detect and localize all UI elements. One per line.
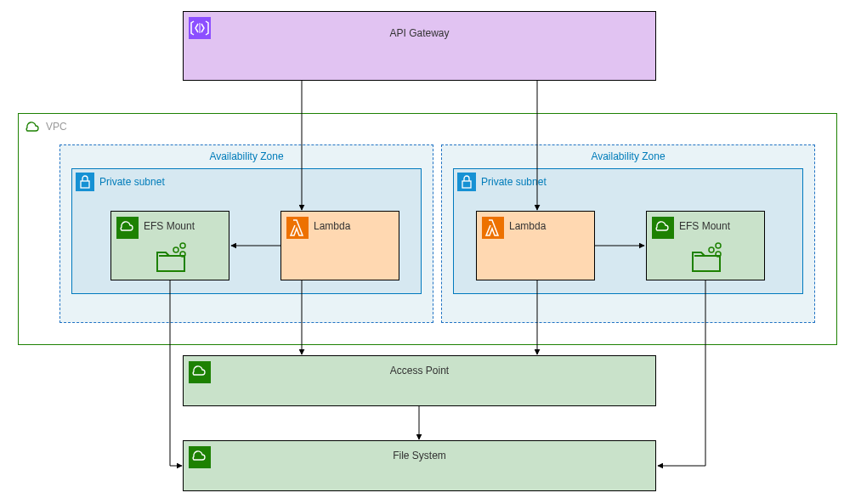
connector-layer <box>0 0 844 504</box>
arrow-efs1-to-fs <box>170 280 182 466</box>
arrow-efs2-to-fs <box>658 280 705 466</box>
